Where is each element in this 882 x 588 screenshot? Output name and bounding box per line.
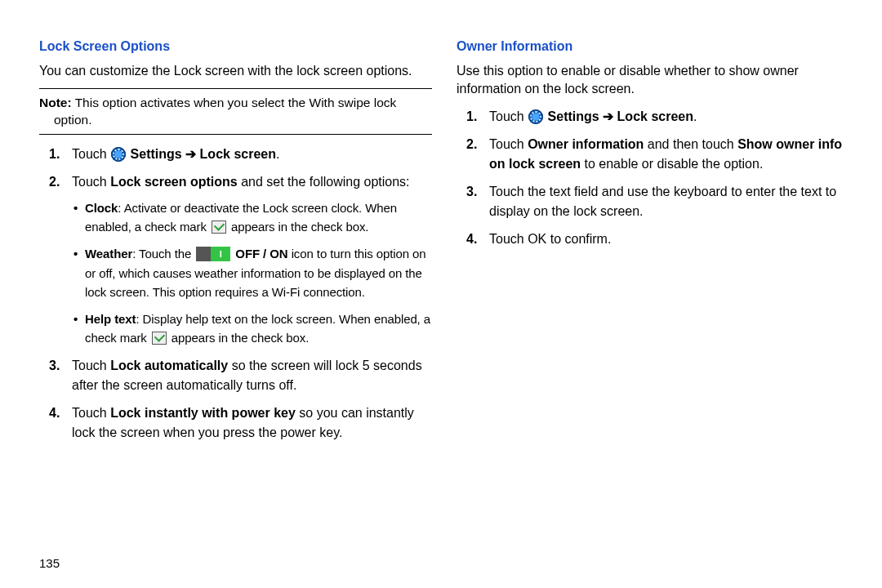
checkmark-icon — [212, 220, 226, 234]
text: and set the following options: — [238, 175, 410, 189]
text: Touch OK to confirm. — [489, 232, 611, 246]
text: Touch — [72, 359, 110, 372]
text: and then touch — [644, 137, 737, 151]
label: Weather — [85, 247, 132, 261]
step-3-left: Touch Lock automatically so the screen w… — [39, 356, 432, 395]
arrow-icon: ➔ — [599, 109, 617, 123]
text: Touch — [489, 109, 528, 123]
left-column: Lock Screen Options You can customize th… — [39, 34, 432, 451]
label: Clock — [85, 201, 118, 215]
text: Touch — [72, 175, 110, 189]
label: Help text — [85, 312, 136, 326]
text-bold: Owner information — [528, 137, 644, 151]
divider-bottom — [39, 134, 432, 135]
text: to enable or disable the option. — [581, 157, 763, 171]
heading-lock-screen-options: Lock Screen Options — [39, 39, 432, 54]
step-3-right: Touch the text field and use the keyboar… — [457, 182, 849, 221]
text: Touch the text field and use the keyboar… — [489, 185, 836, 218]
text-bold: Lock automatically — [110, 359, 228, 372]
step-2-left: Touch Lock screen options and set the fo… — [39, 172, 432, 348]
arrow-icon: ➔ — [182, 147, 200, 161]
text-settings: Settings — [544, 109, 599, 123]
page-number: 135 — [39, 556, 60, 570]
right-column: Owner Information Use this option to ena… — [457, 34, 849, 451]
step-1-right: Touch Settings ➔ Lock screen. — [457, 107, 849, 127]
text-lockscreen: Lock screen — [200, 147, 276, 161]
text-lockscreen: Lock screen — [617, 109, 693, 123]
divider-top — [39, 88, 432, 89]
step-1-left: Touch Settings ➔ Lock screen. — [39, 145, 432, 164]
text: Touch — [72, 406, 110, 420]
period: . — [276, 147, 279, 161]
settings-icon — [111, 147, 126, 162]
period: . — [693, 109, 697, 123]
bullet-helptext: Help text: Display help text on the lock… — [72, 310, 432, 348]
step-4-left: Touch Lock instantly with power key so y… — [39, 403, 432, 443]
text-bold: Lock screen options — [110, 175, 238, 189]
note-label: Note: — [39, 96, 72, 109]
settings-icon — [528, 109, 543, 124]
steps-right: Touch Settings ➔ Lock screen. Touch Owne… — [457, 107, 849, 249]
note-text: This option activates when you select th… — [54, 96, 396, 127]
text-bold: Lock instantly with power key — [110, 406, 296, 420]
text-settings: Settings — [127, 147, 182, 161]
offon-label: OFF / ON — [232, 247, 287, 261]
bullet-weather: Weather: Touch the I OFF / ON icon to tu… — [72, 244, 432, 301]
note-block: Note: This option activates when you sel… — [39, 94, 432, 129]
checkmark-icon — [152, 332, 167, 345]
intro-right: Use this option to enable or disable whe… — [457, 62, 849, 97]
page-container: Lock Screen Options You can customize th… — [0, 0, 882, 451]
text: : Touch the — [132, 247, 194, 261]
toggle-icon: I — [196, 247, 230, 261]
text: Touch — [489, 137, 528, 151]
text: appears in the check box. — [228, 220, 369, 234]
intro-left: You can customize the Lock screen with t… — [39, 62, 432, 80]
substeps: Clock: Activate or deactivate the Lock s… — [72, 198, 432, 348]
heading-owner-information: Owner Information — [457, 39, 849, 54]
bullet-clock: Clock: Activate or deactivate the Lock s… — [72, 198, 432, 237]
steps-left: Touch Settings ➔ Lock screen. Touch Lock… — [39, 145, 432, 443]
step-2-right: Touch Owner information and then touch S… — [457, 135, 849, 174]
text: appears in the check box. — [168, 331, 310, 345]
text: Touch — [72, 147, 110, 161]
step-4-right: Touch OK to confirm. — [457, 229, 849, 249]
